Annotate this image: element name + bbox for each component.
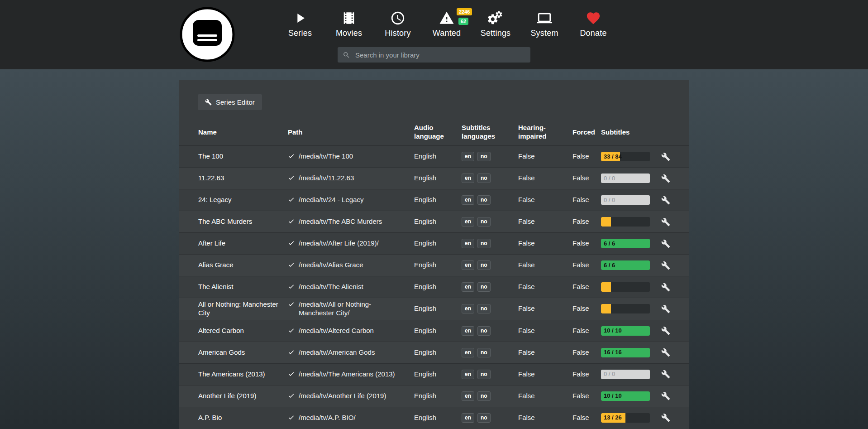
nav-item-history[interactable]: History [373,10,422,38]
search-input[interactable] [354,51,525,59]
series-table: NamePathAudio languageSubtitles language… [179,119,689,429]
nav-item-settings[interactable]: Settings [471,10,520,38]
table-row: Another Life (2019) /media/tv/Another Li… [179,385,689,407]
wrench-icon[interactable] [661,283,670,292]
series-editor-label: Series Editor [216,98,255,106]
check-icon [288,174,295,181]
subtitles-progress: 6 / 6 [601,260,650,270]
series-name-link[interactable]: A.P. Bio [198,414,222,421]
wanted-count-badge-warning: 2246 [457,8,472,15]
series-name-link[interactable]: American Gods [198,348,245,356]
language-badge: no [477,391,491,401]
language-badge: en [462,282,474,292]
language-badge: en [462,370,474,379]
audio-language-value: English [414,239,462,248]
series-name-link[interactable]: 24: Legacy [198,196,231,203]
table-row: American Gods /media/tv/American Gods En… [179,342,689,363]
progress-label: 10 / 10 [604,327,622,334]
progress-fill [601,304,611,313]
subtitles-languages: enno [462,304,518,313]
series-name-link[interactable]: Alias Grace [198,261,234,269]
audio-language-value: English [414,370,462,379]
check-icon [288,153,295,159]
subtitles-progress: 0 / 0 [601,195,650,205]
nav-label-wanted: Wanted [433,29,461,38]
table-row: The Americans (2013) /media/tv/The Ameri… [179,363,689,385]
subtitles-languages: enno [462,239,518,248]
column-header: Path [288,128,414,137]
hearing-impaired-value: False [518,239,572,248]
main-content: Series Editor NamePathAudio languageSubt… [0,80,868,429]
wrench-icon[interactable] [661,152,670,161]
column-header: Audio language [414,124,462,141]
language-badge: no [477,152,491,161]
nav-item-donate[interactable]: Donate [569,10,618,38]
series-name-link[interactable]: The Americans (2013) [198,370,265,378]
audio-language-value: English [414,152,462,161]
series-editor-button[interactable]: Series Editor [198,94,262,110]
wrench-icon[interactable] [661,304,670,313]
wrench-icon[interactable] [661,239,670,248]
series-name-link[interactable]: After Life [198,239,225,247]
series-path: /media/tv/The Alienist [299,283,363,291]
hearing-impaired-value: False [518,217,572,226]
progress-label: 6 / 6 [604,261,615,269]
nav-item-movies[interactable]: Movies [324,10,373,38]
subtitles-progress [601,304,650,313]
forced-value: False [572,414,601,422]
audio-language-value: English [414,304,462,313]
subtitles-progress: 6 / 6 [601,239,650,248]
hearing-impaired-value: False [518,152,572,161]
table-header-row: NamePathAudio languageSubtitles language… [179,119,689,145]
hearing-impaired-value: False [518,196,572,204]
language-badge: no [477,195,491,205]
nav-label-donate: Donate [580,29,606,38]
series-path: /media/tv/Alias Grace [299,261,363,270]
wrench-icon[interactable] [661,413,670,422]
language-badge: no [477,370,491,379]
app-logo[interactable] [179,6,235,63]
forced-value: False [572,174,601,183]
language-badge: en [462,304,474,313]
wrench-icon[interactable] [661,391,670,400]
subtitles-languages: enno [462,326,518,336]
wrench-icon[interactable] [661,348,670,357]
series-name-link[interactable]: Altered Carbon [198,327,244,334]
wrench-icon[interactable] [661,174,670,183]
progress-label: 10 / 10 [604,392,622,400]
series-name-link[interactable]: Another Life (2019) [198,392,256,400]
hearing-impaired-value: False [518,414,572,422]
hearing-impaired-value: False [518,261,572,270]
check-icon [288,196,295,203]
search-icon [343,51,350,59]
subtitles-languages: enno [462,282,518,292]
forced-value: False [572,348,601,357]
forced-value: False [572,304,601,313]
nav-item-system[interactable]: System [520,10,569,38]
forced-value: False [572,152,601,161]
wrench-icon[interactable] [661,326,670,335]
series-name-link[interactable]: 11.22.63 [198,174,224,182]
wrench-icon[interactable] [661,217,670,227]
wrench-icon[interactable] [661,261,670,270]
series-path: /media/tv/All or Nothing- Manchester Cit… [299,300,408,318]
series-name-link[interactable]: All or Nothing: Manchester City [198,300,278,317]
language-badge: en [462,326,474,336]
wrench-icon[interactable] [661,370,670,379]
progress-fill [601,282,611,292]
nav-item-series[interactable]: Series [276,10,324,38]
gears-icon [487,10,504,26]
forced-value: False [572,196,601,204]
check-icon [288,261,295,268]
subtitles-progress: 10 / 10 [601,391,650,401]
series-name-link[interactable]: The ABC Murders [198,217,252,225]
nav-label-system: System [530,29,558,38]
series-name-link[interactable]: The 100 [198,152,223,160]
wrench-icon[interactable] [661,196,670,205]
nav-item-wanted[interactable]: 224662Wanted [422,10,471,38]
nav-label-history: History [385,29,410,38]
language-badge: en [462,195,474,205]
series-path: /media/tv/11.22.63 [299,174,354,183]
series-name-link[interactable]: The Alienist [198,283,234,290]
column-header: Hearing-impaired [518,124,572,141]
